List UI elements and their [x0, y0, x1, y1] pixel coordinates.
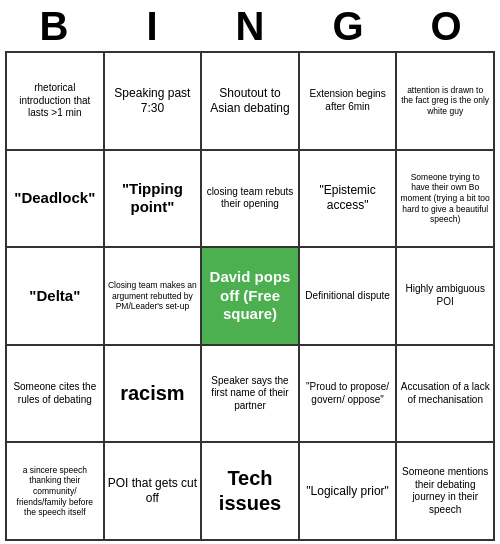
- bingo-cell[interactable]: POI that gets cut off: [104, 442, 202, 540]
- bingo-cell[interactable]: "Delta": [6, 247, 104, 345]
- bingo-grid: rhetorical introduction that lasts >1 mi…: [5, 51, 495, 541]
- bingo-cell[interactable]: Speaking past 7:30: [104, 52, 202, 150]
- letter-i: I: [107, 4, 197, 49]
- bingo-cell[interactable]: attention is drawn to the fact greg is t…: [396, 52, 494, 150]
- bingo-cell[interactable]: Tech issues: [201, 442, 299, 540]
- bingo-cell[interactable]: "Proud to propose/ govern/ oppose": [299, 345, 397, 443]
- bingo-cell[interactable]: a sincere speech thanking their communit…: [6, 442, 104, 540]
- bingo-cell[interactable]: Highly ambiguous POI: [396, 247, 494, 345]
- bingo-cell[interactable]: Accusation of a lack of mechanisation: [396, 345, 494, 443]
- bingo-cell[interactable]: Speaker says the first name of their par…: [201, 345, 299, 443]
- bingo-cell[interactable]: Extension begins after 6min: [299, 52, 397, 150]
- bingo-cell[interactable]: "Logically prior": [299, 442, 397, 540]
- bingo-cell[interactable]: "Deadlock": [6, 150, 104, 248]
- bingo-cell[interactable]: "Epistemic access": [299, 150, 397, 248]
- bingo-header: B I N G O: [5, 0, 495, 51]
- letter-n: N: [205, 4, 295, 49]
- bingo-cell[interactable]: Someone trying to have their own Bo mome…: [396, 150, 494, 248]
- bingo-cell[interactable]: Definitional dispute: [299, 247, 397, 345]
- bingo-cell[interactable]: Someone cites the rules of debating: [6, 345, 104, 443]
- bingo-cell[interactable]: closing team rebuts their opening: [201, 150, 299, 248]
- bingo-cell[interactable]: David pops off (Free square): [201, 247, 299, 345]
- bingo-cell[interactable]: "Tipping point": [104, 150, 202, 248]
- letter-b: B: [9, 4, 99, 49]
- bingo-cell[interactable]: racism: [104, 345, 202, 443]
- bingo-cell[interactable]: rhetorical introduction that lasts >1 mi…: [6, 52, 104, 150]
- letter-o: O: [401, 4, 491, 49]
- bingo-cell[interactable]: Shoutout to Asian debating: [201, 52, 299, 150]
- bingo-cell[interactable]: Someone mentions their debating journey …: [396, 442, 494, 540]
- bingo-cell[interactable]: Closing team makes an argument rebutted …: [104, 247, 202, 345]
- letter-g: G: [303, 4, 393, 49]
